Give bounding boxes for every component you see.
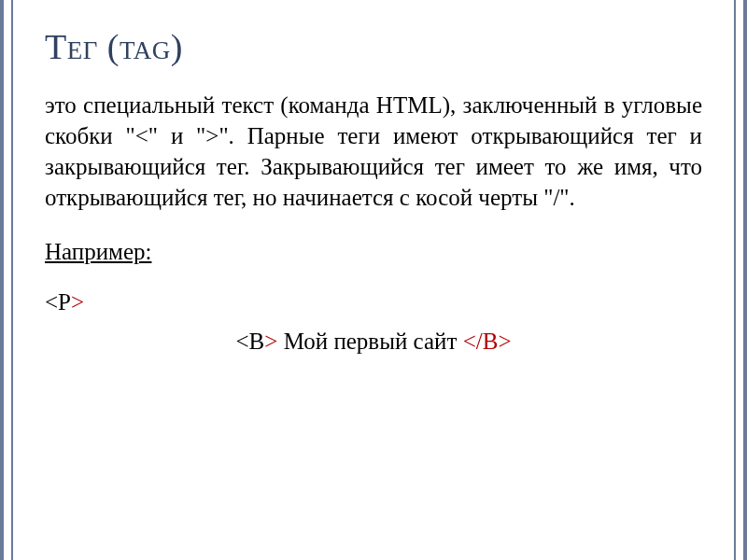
slide-title: Тег (tag)	[45, 26, 702, 67]
angle-open: <	[463, 329, 476, 354]
slide: Тег (tag) это специальный текст (команда…	[0, 0, 747, 560]
angle-open: <	[236, 329, 249, 354]
tag-p-name: P	[58, 289, 71, 315]
example-tag-p: <P>	[45, 289, 702, 315]
angle-open: <	[45, 289, 58, 315]
example-tag-b: <B> Мой первый сайт </B>	[45, 329, 702, 355]
tag-b-name: B	[249, 329, 265, 354]
tag-b-close: /B	[476, 329, 499, 354]
angle-close: >	[71, 289, 84, 315]
example-content: Мой первый сайт	[277, 329, 462, 354]
angle-close: >	[264, 329, 277, 354]
slide-body: это специальный текст (команда HTML), за…	[45, 90, 702, 213]
example-label: Например:	[45, 239, 702, 265]
angle-close: >	[498, 329, 511, 354]
